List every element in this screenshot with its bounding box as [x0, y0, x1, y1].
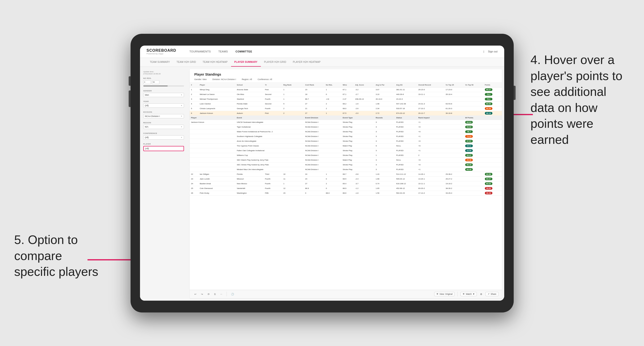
annotation-left: 5. Option to compare specific players — [14, 232, 99, 280]
table-row: 3 Michael Thorbjornsen Stanford Fourth 1… — [190, 97, 502, 101]
no-rds-from-input[interactable] — [143, 80, 151, 84]
watch-icon: 👁 — [462, 293, 465, 295]
col-school: School — [235, 83, 264, 87]
chevron-down-icon: ▼ — [473, 293, 475, 295]
tab-player-h2h-heatmap[interactable]: PLAYER H2H HEATMAP — [290, 58, 324, 67]
tab-team-h2h-heatmap[interactable]: TEAM H2H HEATMAP — [199, 58, 231, 67]
table-row: 2 Michael La Sasso Ole Miss Second 1 18 … — [190, 92, 502, 97]
sidebar-gender: Gender Men — [143, 90, 184, 97]
table-row: 24 Bastien Amat New Mexico Fourth 1 27 2… — [190, 181, 502, 186]
table-row-event-header: Player Event Event Division Event Type R… — [190, 116, 502, 120]
watch-button[interactable]: 👁 Watch ▼ — [460, 292, 477, 296]
app-header: SCOREBOARD Powered by clippi TOURNAMENTS… — [140, 46, 504, 58]
col-reg-rank: Reg Rank — [282, 83, 304, 87]
nav-committee[interactable]: COMMITTEE — [232, 49, 256, 54]
no-rds-to-input[interactable] — [152, 80, 160, 84]
tab-player-summary[interactable]: PLAYER SUMMARY — [231, 58, 261, 67]
table-row: 4 Luke Clanton Florida State Second 5 27… — [190, 101, 502, 106]
tab-team-h2h-grid[interactable]: TEAM H2H GRID — [173, 58, 199, 67]
table-row: Jackson Koivun UNCW Seahawk Intercollegi… — [190, 120, 502, 125]
table-row: 5 Christo Lamprecht Georgia Tech Fourth … — [190, 106, 502, 111]
logo-sub: Powered by clippi — [147, 53, 176, 55]
page-wrapper: 4. Hover over a player's points to see a… — [0, 0, 644, 346]
table-header-row: # Player School Yr Reg Rank Conf Rank No… — [190, 83, 502, 87]
col-avg-to-par: Avg to Par — [374, 83, 395, 87]
sidebar-player: Player (All) — [143, 143, 184, 151]
gender-select[interactable]: Men — [143, 93, 184, 97]
tablet-screen: SCOREBOARD Powered by clippi TOURNAMENTS… — [140, 46, 504, 301]
table-row: SEC Stroke Play hosted by Jerry Pate NCA… — [190, 162, 502, 167]
table-row: 1 Wenyi Ding Arizona State First 1 15 1 … — [190, 87, 502, 92]
table-row: 26 Pete Hruby Washington Fifth 23 0 88.6… — [190, 190, 502, 195]
table-row: Tiger Invitational NCAA Division I Strok… — [190, 125, 502, 129]
undo-button[interactable]: ↩ — [193, 292, 198, 296]
panel-title: Player Standings — [194, 72, 497, 76]
col-yr: Yr — [264, 83, 282, 87]
sidebar-division: Division NCAA Division I — [143, 111, 184, 118]
col-conf-rank: Conf Rank — [304, 83, 324, 87]
logo-area: SCOREBOARD Powered by clippi — [147, 48, 176, 55]
panel-header: Player Standings Gender: Men Division: N… — [190, 69, 502, 83]
redo-button[interactable]: ↪ — [200, 292, 204, 296]
table-row: Mirabel Maui Jim Intercollegiate NCAA Di… — [190, 167, 502, 172]
more-button[interactable]: ··· — [219, 292, 224, 296]
sign-out-button[interactable]: Sign out — [488, 50, 497, 53]
annotation-right: 4. Hover over a player's points to see a… — [530, 52, 630, 148]
share-icon: ↗ — [488, 293, 490, 295]
region-select[interactable]: N/A — [143, 125, 184, 129]
conference-select[interactable]: (All) — [143, 135, 184, 140]
header-right: | Sign out — [484, 50, 497, 53]
standings-table: # Player School Yr Reg Rank Conf Rank No… — [190, 83, 502, 195]
tab-team-summary[interactable]: TEAM SUMMARY — [147, 58, 173, 67]
nav-tournaments[interactable]: TOURNAMENTS — [186, 49, 214, 54]
table-row: 23 Jack Lundin Missouri Fourth 11 24 0 6… — [190, 176, 502, 181]
update-time: Update time: 27/01/2024 16:56:26 — [143, 71, 184, 75]
col-avg-sg: Avg SG — [395, 83, 417, 87]
col-no-rds: No Rds. — [324, 83, 341, 87]
range-slider[interactable] — [143, 85, 184, 86]
table-row: Southern Highlands Collegiate NCAA Divis… — [190, 134, 502, 139]
main-content: Update time: 27/01/2024 16:56:26 No Rds. — [140, 67, 504, 301]
filter-row: Gender: Men Division: NCAA Division I Re… — [194, 78, 497, 81]
nav-teams[interactable]: TEAMS — [214, 49, 232, 54]
settings-button[interactable]: ⚙ — [479, 292, 484, 296]
table-row-highlighted: 6 Jackson Koivun Auburn First 2 27 1 67.… — [190, 111, 502, 116]
year-select[interactable]: (All) — [143, 103, 184, 108]
table-container[interactable]: # Player School Yr Reg Rank Conf Rank No… — [190, 83, 502, 290]
copy-button[interactable]: ⎘ — [213, 292, 217, 296]
col-adj-score: Adj. Score — [354, 83, 374, 87]
col-overall: Overall Record — [417, 83, 444, 87]
sub-nav: TEAM SUMMARY TEAM H2H GRID TEAM H2H HEAT… — [140, 58, 504, 67]
toolbar-separator-2 — [458, 292, 458, 296]
table-row: Wake Forest Invitational at Pinehurst No… — [190, 129, 502, 134]
table-row: SEC Match Play hosted by Jerry Pate NCAA… — [190, 158, 502, 162]
col-vs50: Vs Top 50 — [464, 83, 484, 87]
refresh-button[interactable]: ⟳ — [206, 292, 211, 296]
table-row: The Cypress Point Classic NCAA Division … — [190, 143, 502, 148]
table-row: Fallen Oak Collegiate Invitational NCAA … — [190, 148, 502, 153]
table-row: Williams Cup NCAA Division I Stroke Play… — [190, 153, 502, 158]
sidebar-conference: Conference (All) — [143, 132, 184, 140]
col-player: Player — [198, 83, 235, 87]
nav-items: TOURNAMENTS TEAMS COMMITTEE — [186, 49, 256, 54]
view-original-button[interactable]: 👁 View: Original — [434, 292, 454, 296]
sidebar: Update time: 27/01/2024 16:56:26 No Rds. — [140, 67, 187, 301]
tab-player-h2h-grid[interactable]: PLAYER H2H GRID — [261, 58, 290, 67]
division-select[interactable]: NCAA Division I — [143, 114, 184, 118]
col-vs25: Vs Top 25 — [444, 83, 464, 87]
view-icon: 👁 — [436, 293, 438, 295]
sidebar-no-rds: No Rds. — [143, 77, 184, 86]
table-row: 25 Cole Sherwood Vanderbilt Fourth 12 88… — [190, 186, 502, 190]
clock-button[interactable]: 🕐 — [230, 292, 235, 296]
range-slider-fill — [143, 85, 168, 86]
tablet-frame: SCOREBOARD Powered by clippi TOURNAMENTS… — [130, 34, 514, 313]
separator-icon: | — [484, 50, 484, 53]
toolbar-separator — [226, 292, 227, 296]
bottom-toolbar: ↩ ↪ ⟳ ⎘ ··· 🕐 👁 View: Original — [190, 290, 502, 298]
share-button[interactable]: ↗ Share — [486, 292, 498, 296]
col-rank: # — [190, 83, 198, 87]
col-points: Points — [484, 83, 502, 87]
player-select[interactable]: (All) — [143, 146, 184, 151]
col-wins: Wins — [341, 83, 354, 87]
main-panel: Player Standings Gender: Men Division: N… — [190, 69, 502, 298]
